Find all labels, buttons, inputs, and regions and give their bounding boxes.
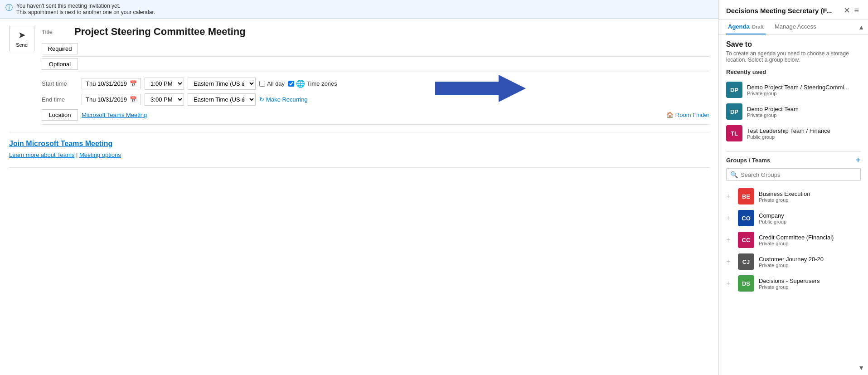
search-groups-container: 🔍 (726, 168, 861, 181)
recent-group-0-avatar: DP (726, 82, 742, 98)
teams-join-link[interactable]: Join Microsoft Teams Meeting (9, 140, 709, 148)
room-finder-icon: 🏠 (666, 112, 674, 118)
allday-checkbox-label[interactable]: All day (259, 80, 285, 87)
group-type-2: Private group (759, 241, 861, 246)
info-icon: ⓘ (5, 3, 13, 13)
teams-learn-more-link[interactable]: Learn more about Teams (9, 151, 74, 158)
info-line2: This appointment is next to another one … (16, 9, 155, 15)
end-label: End time (42, 96, 78, 103)
sidebar-tabs: Agenda Draft Manage Access (719, 19, 868, 35)
add-group-icon-2: + (726, 236, 733, 244)
save-to-title: Save to (726, 40, 861, 49)
info-bar: ⓘ You haven't sent this meeting invitati… (0, 0, 718, 19)
title-input[interactable] (74, 26, 709, 38)
group-name-2: Credit Committee (Financial) (759, 234, 861, 241)
recent-group-1-name: Demo Project Team (747, 106, 861, 112)
calendar-icon-start[interactable]: 📅 (130, 80, 137, 87)
search-icon: 🔍 (730, 171, 738, 178)
group-avatar-1: CO (738, 210, 754, 226)
group-name-0: Business Execution (759, 190, 861, 197)
group-list-item-1[interactable]: + CO Company Public group (726, 207, 861, 229)
search-groups-input[interactable] (741, 171, 857, 178)
recent-group-1[interactable]: DP Demo Project Team Private group (726, 101, 861, 122)
teams-meeting-options-link[interactable]: Meeting options (79, 151, 121, 158)
required-input[interactable] (78, 44, 709, 54)
recent-group-0-name: Demo Project Team / SteeringCommi... (747, 84, 861, 91)
divider-2 (9, 167, 709, 168)
recurring-button[interactable]: ↻ Make Recurring (259, 96, 308, 103)
group-type-0: Private group (759, 197, 861, 203)
recent-group-2-avatar: TL (726, 125, 742, 141)
recently-used-title: Recently used (726, 68, 861, 75)
end-time-select[interactable]: 3:00 PM (145, 93, 184, 106)
start-date-value: Thu 10/31/2019 (86, 80, 127, 87)
section-divider (726, 151, 861, 152)
groups-teams-title: Groups / Teams (726, 157, 770, 164)
recent-group-1-type: Private group (747, 112, 861, 118)
recent-group-1-avatar: DP (726, 103, 742, 120)
group-avatar-4: DS (738, 275, 754, 292)
group-type-4: Private group (759, 284, 861, 290)
group-type-3: Private group (759, 263, 861, 268)
sidebar-title: Decisions Meeting Secretary (F... (726, 7, 842, 15)
scroll-down-button[interactable]: ▼ (858, 364, 864, 371)
scroll-up-button[interactable]: ▲ (858, 24, 864, 31)
group-name-4: Decisions - Superusers (759, 278, 861, 284)
globe-icon: 🌐 (296, 79, 305, 88)
recurring-icon: ↻ (259, 96, 264, 103)
end-date-value: Thu 10/31/2019 (86, 96, 127, 103)
groups-teams-header: Groups / Teams + (726, 156, 861, 165)
title-label: Title (42, 29, 69, 35)
location-button[interactable]: Location (42, 109, 78, 121)
sidebar-content: Save to To create an agenda you need to … (719, 35, 868, 375)
recent-group-2-name: Test Leadership Team / Finance (747, 127, 861, 134)
add-group-icon-1: + (726, 214, 733, 222)
save-to-section: Save to To create an agenda you need to … (726, 40, 861, 144)
start-label: Start time (42, 80, 78, 87)
timezones-checkbox-label[interactable]: 🌐 Time zones (288, 79, 337, 88)
group-list-item-0[interactable]: + BE Business Execution Private group (726, 185, 861, 207)
hamburger-button[interactable]: ≡ (852, 6, 861, 15)
add-group-button[interactable]: + (855, 156, 861, 165)
info-line1: You haven't sent this meeting invitation… (16, 3, 155, 9)
add-group-icon-4: + (726, 279, 733, 287)
close-button[interactable]: ✕ (842, 5, 852, 15)
optional-input[interactable] (78, 59, 709, 69)
location-link[interactable]: Microsoft Teams Meeting (82, 112, 663, 118)
teams-info: Learn more about Teams | Meeting options (9, 151, 709, 158)
recent-group-0[interactable]: DP Demo Project Team / SteeringCommi... … (726, 79, 861, 101)
end-timezone-select[interactable]: Eastern Time (US & Ca... (188, 93, 256, 106)
calendar-icon-end[interactable]: 📅 (130, 96, 137, 103)
start-timezone-select[interactable]: Eastern Time (US & Ca... (188, 78, 256, 90)
add-group-icon-0: + (726, 192, 733, 200)
required-button[interactable]: Required (42, 43, 78, 54)
recent-group-0-type: Private group (747, 91, 861, 96)
recent-group-2-type: Public group (747, 134, 861, 140)
group-avatar-0: BE (738, 188, 754, 205)
allday-checkbox[interactable] (259, 81, 265, 87)
group-list-item-3[interactable]: + CJ Customer Journey 20-20 Private grou… (726, 251, 861, 273)
room-finder-button[interactable]: 🏠 Room Finder (666, 112, 709, 118)
send-label: Send (16, 42, 28, 48)
timezones-checkbox[interactable] (288, 81, 294, 87)
end-date-picker[interactable]: Thu 10/31/2019 📅 (82, 94, 141, 105)
sidebar-header: Decisions Meeting Secretary (F... ✕ ≡ (719, 0, 868, 19)
group-name-3: Customer Journey 20-20 (759, 256, 861, 263)
group-avatar-2: CC (738, 232, 754, 248)
divider-1 (9, 132, 709, 132)
start-time-select[interactable]: 1:00 PM (145, 78, 184, 90)
send-icon: ➤ (18, 29, 26, 40)
recent-group-2[interactable]: TL Test Leadership Team / Finance Public… (726, 122, 861, 144)
group-name-1: Company (759, 212, 861, 219)
group-list-item-4[interactable]: + DS Decisions - Superusers Private grou… (726, 273, 861, 294)
tab-manage-access[interactable]: Manage Access (773, 19, 818, 34)
save-to-desc: To create an agenda you need to choose a… (726, 50, 861, 63)
group-type-1: Public group (759, 219, 861, 224)
group-avatar-3: CJ (738, 253, 754, 270)
send-button[interactable]: ➤ Send (9, 26, 34, 51)
start-date-picker[interactable]: Thu 10/31/2019 📅 (82, 78, 141, 89)
group-list-item-2[interactable]: + CC Credit Committee (Financial) Privat… (726, 229, 861, 251)
tab-agenda[interactable]: Agenda Draft (726, 19, 766, 34)
optional-button[interactable]: Optional (42, 58, 78, 70)
sidebar: Decisions Meeting Secretary (F... ✕ ≡ Ag… (718, 0, 868, 375)
